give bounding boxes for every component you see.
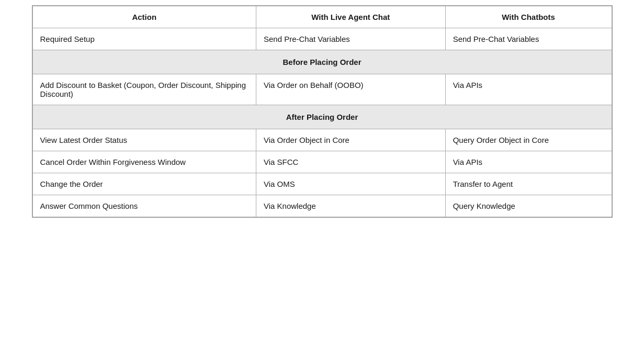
cell-live-agent: Via Order Object in Core [256, 129, 445, 151]
cell-chatbots: Transfer to Agent [445, 173, 612, 195]
cell-chatbots: Query Knowledge [445, 195, 612, 217]
table-body: Required SetupSend Pre-Chat VariablesSen… [32, 28, 612, 217]
cell-live-agent: Via Knowledge [256, 195, 445, 217]
table-row: View Latest Order StatusVia Order Object… [32, 129, 612, 151]
cell-chatbots: Via APIs [445, 74, 612, 105]
header-live-agent: With Live Agent Chat [256, 6, 445, 28]
section-header-row: After Placing Order [32, 105, 612, 129]
cell-action: Required Setup [32, 28, 256, 50]
table-row: Cancel Order Within Forgiveness WindowVi… [32, 151, 612, 173]
header-chatbots: With Chatbots [445, 6, 612, 28]
cell-action: Cancel Order Within Forgiveness Window [32, 151, 256, 173]
comparison-table: Action With Live Agent Chat With Chatbot… [32, 6, 612, 217]
cell-live-agent: Via Order on Behalf (OOBO) [256, 74, 445, 105]
cell-action: View Latest Order Status [32, 129, 256, 151]
cell-chatbots: Query Order Object in Core [445, 129, 612, 151]
cell-action: Add Discount to Basket (Coupon, Order Di… [32, 74, 256, 105]
main-table-wrapper: Action With Live Agent Chat With Chatbot… [32, 5, 613, 218]
table-header-row: Action With Live Agent Chat With Chatbot… [32, 6, 612, 28]
table-row: Change the OrderVia OMSTransfer to Agent [32, 173, 612, 195]
header-action: Action [32, 6, 256, 28]
cell-action: Change the Order [32, 173, 256, 195]
cell-chatbots: Via APIs [445, 151, 612, 173]
cell-live-agent: Via OMS [256, 173, 445, 195]
cell-chatbots: Send Pre-Chat Variables [445, 28, 612, 50]
cell-live-agent: Via SFCC [256, 151, 445, 173]
section-label: Before Placing Order [32, 50, 612, 74]
cell-action: Answer Common Questions [32, 195, 256, 217]
section-label: After Placing Order [32, 105, 612, 129]
section-header-row: Before Placing Order [32, 50, 612, 74]
table-row: Add Discount to Basket (Coupon, Order Di… [32, 74, 612, 105]
table-row: Answer Common QuestionsVia KnowledgeQuer… [32, 195, 612, 217]
cell-live-agent: Send Pre-Chat Variables [256, 28, 445, 50]
table-row: Required SetupSend Pre-Chat VariablesSen… [32, 28, 612, 50]
